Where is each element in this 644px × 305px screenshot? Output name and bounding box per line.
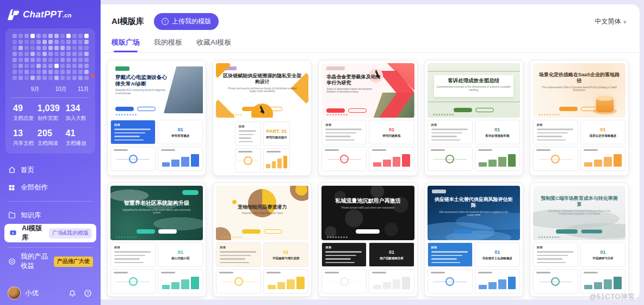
diagram-slide-thumbnail	[110, 147, 156, 171]
slide-thumbnails: 目录 01 用户沉默原因分析	[321, 242, 414, 294]
template-tabs: 模版广场我的模板收藏AI模板	[96, 30, 640, 53]
toc-slide-thumbnail: 目录	[533, 120, 578, 144]
pagination-dots	[433, 236, 454, 238]
watermark: @51CTO博客	[589, 292, 635, 302]
chart-slide-thumbnail	[158, 147, 203, 171]
page-title: AI模版库	[112, 16, 144, 27]
sidebar-item-AI模版库[interactable]: AI模版库 广场&我的模版	[4, 224, 96, 242]
sidebar-item-全部创作[interactable]: 全部创作	[0, 179, 101, 196]
template-cover: 预制菜C端市场教育成本与转化率测算 Calculation of Educati…	[533, 186, 626, 240]
toc-slide-thumbnail: 目录	[533, 242, 578, 267]
sidebar: ChatPPT.cn 9月10月11月 49文档总量1,039创作页面134加入…	[0, 0, 101, 305]
pagination-dots	[116, 236, 137, 238]
tab-模版广场[interactable]: 模版广场	[112, 38, 140, 52]
template-card[interactable]: 宠物智能用品赛道潜力 Potential of Pet Smart Produc…	[213, 182, 312, 297]
template-card[interactable]: 供应链本土化替代供应商风险评估矩阵 Risk assessment matrix…	[424, 182, 523, 297]
diagram-slide-thumbnail	[428, 147, 473, 171]
template-title: 私域流量池沉默用户再激活	[321, 186, 414, 205]
slide-thumbnails: 目录 01 供应链本土化战略概述	[428, 242, 520, 294]
template-title: 场景化定价战略在SaaS企业的落地路径	[533, 63, 626, 84]
template-card[interactable]: 智慧养老社区系统架构升级 Upgrading the architecture …	[107, 182, 206, 297]
user-name: 小优	[25, 289, 63, 298]
template-card[interactable]: 私域流量池沉默用户再激活 Private domain traffic pool…	[318, 182, 417, 297]
logo[interactable]: ChatPPT.cn	[0, 0, 101, 26]
toc-slide-thumbnail: 目录	[428, 242, 473, 267]
month-label: 11月	[78, 86, 89, 93]
template-subtitle: Wearable ECG monitoring device AI diagno…	[110, 87, 166, 95]
template-card[interactable]: 穿戴式心电监测设备心律失常AI诊断 Wearable ECG monitorin…	[107, 60, 206, 176]
slide-thumbnails: 目录 PART. 01 研究问题的提出	[235, 121, 290, 173]
tab-收藏AI模板[interactable]: 收藏AI模板	[196, 38, 231, 52]
upload-template-button[interactable]: ↑ 上传我的模版	[154, 13, 219, 30]
template-cover: 私域流量池沉默用户再激活 Private domain traffic pool…	[321, 186, 414, 240]
cover-buttons	[533, 107, 626, 111]
template-subtitle: Risk assessment matrix for localized alt…	[428, 209, 520, 217]
sidebar-item-首页[interactable]: 首页	[0, 161, 101, 179]
template-cover: 客诉处理成效全面总结 Comprehensive summary of the …	[428, 63, 520, 118]
section-slide-thumbnail: 01 场景化定价策略概述	[580, 120, 626, 144]
section-slide-thumbnail: 01 核心功能介绍	[158, 242, 203, 267]
template-title: 宠物智能用品赛道潜力	[216, 186, 308, 210]
slide-thumbnails: 目录 01 研究问题聚焦	[321, 120, 414, 171]
stat-item: 1,039创作页面	[38, 103, 66, 122]
user-row[interactable]: 小优 ?	[0, 286, 101, 300]
template-subtitle: The Implementation Path of Scenario-base…	[533, 84, 626, 93]
template-card[interactable]: 场景化定价战略在SaaS企业的落地路径 The Implementation P…	[530, 60, 629, 176]
template-subtitle: Private domain traffic pool silent user …	[321, 205, 414, 210]
sidebar-item-知识库[interactable]: 知识库	[0, 206, 101, 224]
slide-thumbnails: 目录 01 研究背景概述	[110, 120, 203, 171]
diagram-slide-thumbnail	[533, 269, 578, 294]
template-cover: 非晶合金变形载体及动力学行为研究 Study on deformation ca…	[321, 63, 414, 118]
chevron-down-icon: ∨	[623, 19, 627, 25]
stat-item: 41文档播放	[65, 129, 89, 147]
cover-buttons	[428, 108, 520, 112]
slide-thumbnails: 目录 01 核心功能介绍	[110, 242, 203, 294]
template-subtitle: Potential of Pet Smart Products Track	[216, 210, 308, 215]
section-slide-thumbnail: 01 客诉处理流程实施	[475, 120, 520, 144]
stat-item: 49文档总量	[13, 103, 38, 122]
section-slide-thumbnail: 01 供应链本土化战略概述	[475, 242, 520, 267]
template-subtitle: Upgrading the architecture of the smart …	[110, 207, 203, 215]
cover-buttons	[115, 107, 203, 111]
stat-item: 205文档阅读	[38, 129, 66, 147]
cover-buttons	[321, 229, 414, 234]
sidebar-item-我的产品收益[interactable]: 我的产品收益 产品推广大使	[0, 253, 101, 270]
template-card[interactable]: 客诉处理成效全面总结 Comprehensive summary of the …	[424, 60, 523, 176]
avatar[interactable]	[8, 286, 21, 300]
template-card[interactable]: 非晶合金变形载体及动力学行为研究 Study on deformation ca…	[318, 60, 417, 176]
template-card[interactable]: 区块链赋能供应链溯源的隐私安全架构设计 Privacy and security…	[213, 60, 312, 176]
divider	[11, 97, 90, 98]
pagination-dots	[327, 236, 348, 238]
usage-stats: 49文档总量1,039创作页面134加入天数13共享文档205文档阅读41文档播…	[10, 103, 91, 150]
template-cover: 场景化定价战略在SaaS企业的落地路径 The Implementation P…	[533, 63, 626, 118]
chart-slide-thumbnail	[263, 269, 308, 294]
diagram-slide-thumbnail	[321, 269, 367, 294]
chart-slide-thumbnail	[580, 147, 626, 171]
heatmap-months: 9月10月11月	[10, 84, 91, 93]
cover-buttons	[110, 229, 203, 234]
template-cover: 供应链本土化替代供应商风险评估矩阵 Risk assessment matrix…	[428, 186, 520, 240]
diagram-slide-thumbnail	[235, 148, 262, 173]
notification-bell-icon[interactable]	[67, 288, 78, 298]
pagination-dots	[538, 114, 559, 115]
chart-slide-thumbnail	[369, 147, 414, 171]
language-selector[interactable]: 中文简体 ∨	[595, 17, 627, 26]
toc-slide-thumbnail: 目录	[216, 242, 261, 267]
tab-我的模板[interactable]: 我的模板	[154, 38, 182, 52]
slide-thumbnails: 目录 01 客诉处理流程实施	[428, 120, 520, 171]
template-title: 客诉处理成效全面总结	[428, 63, 520, 84]
diagram-slide-thumbnail	[321, 147, 367, 171]
toc-slide-thumbnail: 目录	[321, 120, 367, 144]
toc-slide-thumbnail: 目录	[428, 120, 473, 144]
template-cover: 区块链赋能供应链溯源的隐私安全架构设计 Privacy and security…	[216, 63, 308, 118]
template-subtitle: Comprehensive summary of the effectivene…	[428, 84, 520, 92]
help-icon[interactable]: ?	[82, 288, 93, 298]
diagram-slide-thumbnail	[533, 147, 578, 171]
graduation-cap-icon	[373, 72, 382, 78]
diagram-slide-thumbnail	[110, 269, 156, 294]
home-icon	[8, 166, 16, 174]
template-card[interactable]: 预制菜C端市场教育成本与转化率测算 Calculation of Educati…	[530, 182, 629, 297]
chart-slide-thumbnail	[158, 269, 203, 294]
section-slide-thumbnail: 01 研究问题聚焦	[369, 120, 414, 144]
pagination-dots	[221, 114, 242, 115]
